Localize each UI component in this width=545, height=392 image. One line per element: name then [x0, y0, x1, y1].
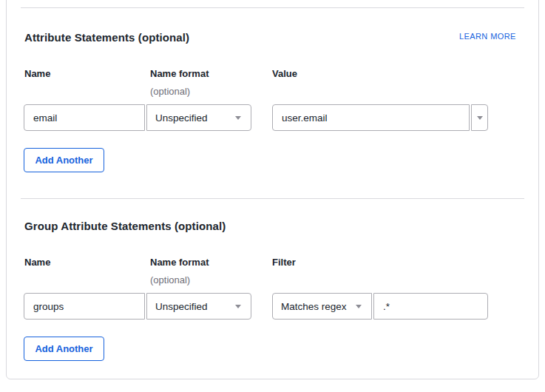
add-another-group-attribute-button[interactable]: Add Another [24, 337, 104, 361]
column-header-name-format: Name format [150, 257, 209, 268]
column-header-name-format: Name format [150, 68, 209, 79]
column-header-value: Value [272, 68, 297, 79]
attribute-name-format-select[interactable]: Unspecified [146, 104, 251, 131]
caret-down-icon [477, 116, 483, 120]
section-divider [21, 7, 524, 8]
caret-down-icon [356, 305, 362, 308]
column-header-filter: Filter [272, 257, 296, 268]
group-attribute-filter-select[interactable]: Matches regex [272, 293, 372, 320]
group-attribute-name-format-select[interactable]: Unspecified [146, 293, 251, 320]
group-attribute-name-format-selected: Unspecified [155, 301, 208, 312]
caret-down-icon [235, 116, 241, 120]
settings-card [6, 0, 539, 379]
group-attribute-filter-value-input[interactable] [373, 293, 488, 320]
attribute-value-dropdown-button[interactable] [471, 104, 488, 131]
group-attribute-name-input[interactable] [24, 293, 145, 320]
name-format-optional-note: (optional) [150, 274, 190, 285]
attribute-statements-title: Attribute Statements (optional) [24, 31, 189, 44]
attribute-name-format-selected: Unspecified [155, 112, 208, 124]
caret-down-icon [235, 305, 241, 308]
learn-more-link[interactable]: LEARN MORE [459, 32, 516, 41]
section-divider [21, 198, 524, 199]
attribute-value-input[interactable] [272, 104, 470, 131]
attribute-name-input[interactable] [24, 104, 145, 131]
saml-settings-page: Attribute Statements (optional) LEARN MO… [0, 0, 545, 392]
group-attribute-filter-selected: Matches regex [281, 301, 347, 312]
column-header-name: Name [24, 68, 50, 79]
name-format-optional-note: (optional) [150, 86, 190, 97]
column-header-name: Name [24, 257, 50, 268]
group-attribute-statements-title: Group Attribute Statements (optional) [24, 220, 226, 232]
add-another-attribute-button[interactable]: Add Another [24, 148, 104, 172]
